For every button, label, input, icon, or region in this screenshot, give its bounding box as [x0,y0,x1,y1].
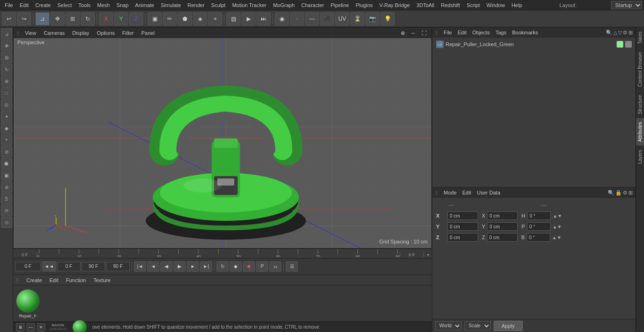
left-tool-7[interactable]: ◎ [1,99,12,110]
menu-redshift[interactable]: Redshift [438,1,462,9]
far-tab-attributes[interactable]: Attributes [636,118,644,146]
menu-render[interactable]: Render [185,1,207,9]
z-axis-button[interactable]: Z [129,12,143,25]
menu-character[interactable]: Character [298,1,327,9]
cube-button[interactable]: ▣ [148,12,162,25]
objects-content[interactable]: L0 Repair_Puller_Locked_Green [432,38,636,187]
menu-help[interactable]: Help [509,1,525,9]
nurbs-button[interactable]: ◈ [193,12,207,25]
left-tool-scale[interactable]: ⊞ [1,52,12,63]
left-tool-rotate[interactable]: ↻ [1,64,12,75]
vp-icon-3[interactable]: ⛶ [420,29,429,37]
vp-icon-1[interactable]: ⊕ [399,29,407,37]
vp-menu-filter[interactable]: Filter [120,29,135,37]
camera-btn[interactable]: 📷 [365,12,380,25]
far-tab-content-browser[interactable]: Content Browser [636,48,644,90]
apply-button[interactable]: Apply [494,321,523,331]
x-axis-button[interactable]: X [99,12,113,25]
anim-button[interactable]: ⌛ [350,12,364,25]
attr-search-icon[interactable]: 🔍 [608,190,614,196]
objects-edit-menu[interactable]: Edit [456,30,469,35]
motion-btn[interactable]: ⚏ [269,261,281,272]
menu-select[interactable]: Select [55,1,75,9]
scale-select[interactable]: Scale [464,321,491,331]
menu-window[interactable]: Window [484,1,508,9]
left-tool-10[interactable]: ⌖ [1,134,12,146]
autokey-btn[interactable]: ⏺ [243,261,255,272]
left-tool-9[interactable]: ◆ [1,122,12,134]
frame-end-input[interactable] [82,262,105,271]
world-select[interactable]: World [435,321,462,331]
menu-mograph[interactable]: MoGraph [270,1,297,9]
attr-b-stepper[interactable]: ▲▼ [552,235,561,240]
timeline-ruler[interactable]: 0 F 0102030405060708090 0 F ▾ [13,249,432,259]
attr-p-stepper[interactable]: ▲▼ [553,224,562,229]
record-btn[interactable]: P [256,261,268,272]
rotate-tool-button[interactable]: ↻ [81,12,95,25]
poly-mode-button[interactable]: ⬛ [320,12,334,25]
attr-mode-menu[interactable]: Mode [442,190,459,195]
menu-motion-tracker[interactable]: Motion Tracker [229,1,269,9]
pen-button[interactable]: ✏ [163,12,177,25]
far-tab-structure[interactable]: Structure [636,91,644,118]
frame-current-input[interactable] [15,262,41,271]
obj-mode-button[interactable]: ◉ [275,12,289,25]
attr-userdata-menu[interactable]: User Data [475,190,503,195]
left-tool-16[interactable]: ⟳ [1,205,12,216]
far-tab-layers[interactable]: Layers [636,146,644,168]
attr-settings-icon[interactable]: ⚙ [623,190,627,196]
scale-tool-button[interactable]: ⊞ [66,12,80,25]
frame-end2-input[interactable] [106,262,130,271]
menu-mesh[interactable]: Mesh [94,1,113,9]
left-tool-select[interactable]: ⊿ [1,28,12,40]
move-tool-button[interactable]: ✥ [50,12,65,25]
vp-menu-panel[interactable]: Panel [140,29,157,37]
timeline-mode-btn[interactable]: ☰ [286,261,298,272]
left-tool-6[interactable]: □ [1,87,12,98]
next-frame-btn[interactable]: ► [187,261,199,272]
vp-menu-cameras[interactable]: Cameras [42,29,67,37]
left-tool-13[interactable]: ▣ [1,170,12,181]
minimize-btn[interactable]: — [26,323,35,332]
attr-p-input[interactable] [527,222,551,231]
attr-b-input[interactable] [527,233,550,242]
keyframe-btn[interactable]: ◆ [230,261,242,272]
far-tab-takes[interactable]: Takes [636,27,644,48]
menu-tools[interactable]: Tools [75,1,93,9]
menu-pipeline[interactable]: Pipeline [328,1,352,9]
point-mode-button[interactable]: · [290,12,304,25]
objects-file-menu[interactable]: File [442,30,454,35]
objects-expand-icon[interactable]: ⊞ [628,30,633,36]
objects-nav-up-icon[interactable]: △ [613,30,617,36]
vp-menu-options[interactable]: Options [95,29,116,37]
play-forward-btn[interactable]: ▶ [173,261,186,272]
uv-button[interactable]: UV [335,12,349,25]
play-back-btn[interactable]: ◀ [160,261,173,272]
attr-expand-icon[interactable]: ⊞ [628,190,633,196]
menu-vray[interactable]: V-Ray Bridge [377,1,413,9]
left-tool-11[interactable]: ⊘ [1,146,12,157]
menu-animate[interactable]: Animate [132,1,157,9]
left-tool-5[interactable]: ⊕ [1,75,12,87]
left-tool-move[interactable]: ✥ [1,40,12,51]
menu-script[interactable]: Script [464,1,483,9]
light-btn[interactable]: 💡 [380,12,395,25]
close-status-btn[interactable]: ✕ [37,323,45,332]
goto-end-btn[interactable]: ►| [200,261,212,272]
redo-button[interactable]: ↪ [17,12,31,25]
objects-nav-down-icon[interactable]: ▽ [618,30,622,36]
deformer-button[interactable]: ⌖ [208,12,222,25]
objects-settings-icon[interactable]: ⚙ [623,30,627,36]
render-region-button[interactable]: ▨ [226,12,240,25]
prev-frame-btn[interactable]: ◄ [147,261,159,272]
attr-y-pos-input[interactable] [447,222,478,231]
attr-h-input[interactable] [527,211,551,220]
material-item[interactable]: Repair_F [16,289,40,318]
bottom-menu-texture[interactable]: Texture [91,276,112,284]
attr-y-pos2-input[interactable] [487,222,518,231]
attr-edit-menu[interactable]: Edit [461,190,473,195]
menu-snap[interactable]: Snap [114,1,132,9]
layout-select[interactable]: Startup [611,1,642,9]
attr-x-pos2-input[interactable] [487,211,518,220]
goto-start-btn[interactable]: |◄ [134,261,146,272]
